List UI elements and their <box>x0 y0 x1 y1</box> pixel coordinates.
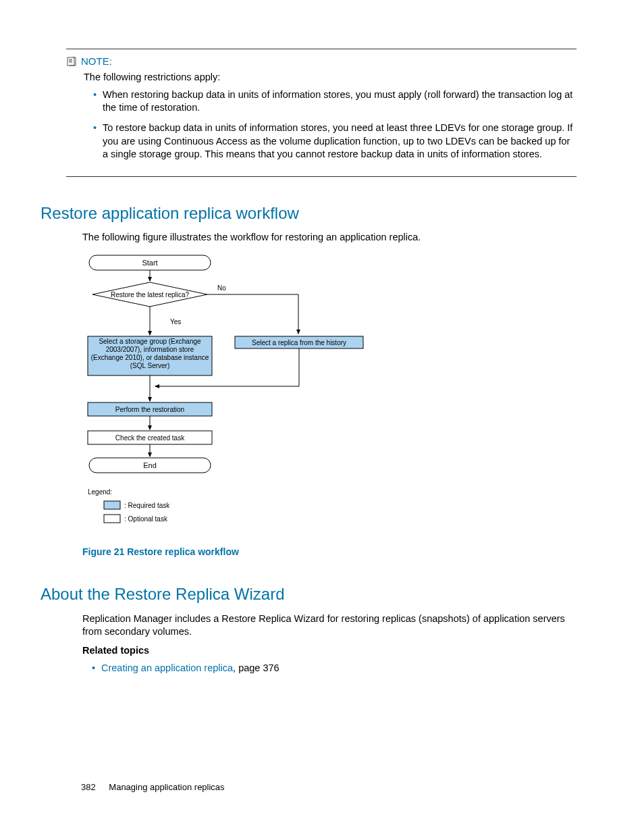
flow-no-label: No <box>217 284 226 292</box>
note-intro: The following restrictions apply: <box>84 71 576 84</box>
related-link-suffix: , page 376 <box>233 662 279 673</box>
section-heading-wizard: About the Restore Replica Wizard <box>41 583 576 605</box>
section-heading-workflow: Restore application replica workflow <box>41 203 576 224</box>
section-body-workflow: The following figure illustrates the wor… <box>82 231 576 558</box>
svg-rect-0 <box>68 57 74 66</box>
note-header: NOTE: <box>66 55 576 68</box>
flow-left-box: Select a storage group (Exchange 2003/20… <box>90 338 209 370</box>
svg-rect-20 <box>104 501 120 509</box>
flow-legend-title: Legend: <box>88 488 112 496</box>
figure-workflow: Start Restore the latest replica? No Yes… <box>82 251 576 558</box>
note-bullet-list: When restoring backup data in units of i… <box>84 88 576 161</box>
note-body: The following restrictions apply: When r… <box>84 71 576 161</box>
related-topic-item: Creating an application replica, page 37… <box>92 662 576 675</box>
flow-decision: Restore the latest replica? <box>111 291 190 298</box>
flow-perform: Perform the restoration <box>115 406 184 413</box>
note-bullet: When restoring backup data in units of i… <box>93 88 576 115</box>
footer-page-number: 382 <box>81 782 96 792</box>
note-bullet: To restore backup data in units of infor… <box>93 122 576 161</box>
figure-caption: Figure 21 Restore replica workflow <box>82 546 576 558</box>
footer-chapter: Managing application replicas <box>109 782 224 792</box>
flowchart-svg: Start Restore the latest replica? No Yes… <box>82 251 379 542</box>
flow-check: Check the created task <box>115 434 185 442</box>
flow-start: Start <box>142 259 157 267</box>
section-body-wizard: Replication Manager includes a Restore R… <box>82 613 576 675</box>
wizard-body-text: Replication Manager includes a Restore R… <box>82 613 576 639</box>
note-icon <box>66 56 77 67</box>
note-label: NOTE: <box>81 55 112 68</box>
flow-legend-optional: : Optional task <box>124 515 168 523</box>
flow-end: End <box>143 461 157 469</box>
section-intro: The following figure illustrates the wor… <box>82 231 576 244</box>
related-topics-head: Related topics <box>82 644 576 658</box>
note-block: NOTE: The following restrictions apply: … <box>66 49 576 177</box>
flow-yes-label: Yes <box>170 318 181 325</box>
related-topics-list: Creating an application replica, page 37… <box>82 662 576 675</box>
page-footer: 382 Managing application replicas <box>81 781 225 793</box>
svg-rect-21 <box>104 515 120 523</box>
document-page: NOTE: The following restrictions apply: … <box>0 0 644 834</box>
related-link[interactable]: Creating an application replica <box>101 662 233 673</box>
flow-right-box: Select a replica from the history <box>252 339 346 346</box>
flow-legend-required: : Required task <box>124 502 170 509</box>
